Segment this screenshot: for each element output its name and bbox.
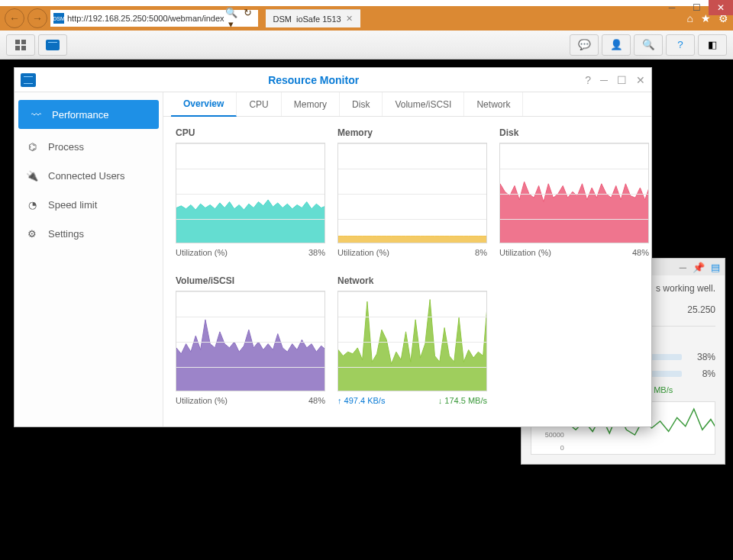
chart-network[interactable]: Network ↑ 497.4 KB/s ↓ 174.5 MB/s — [337, 275, 487, 416]
widget-pin-icon[interactable]: 📌 — [693, 262, 705, 273]
tab-close-icon[interactable]: ✕ — [346, 14, 353, 24]
tab-bar: Overview CPU Memory Disk Volume/iSCSI Ne… — [163, 92, 651, 117]
window-minimize-icon[interactable]: ─ — [600, 74, 608, 86]
dsm-apps-button[interactable] — [6, 34, 35, 56]
widget-minimize-icon[interactable]: ─ — [680, 262, 686, 273]
window-minimize-button[interactable]: ─ — [660, 0, 684, 15]
tab-memory[interactable]: Memory — [282, 92, 340, 116]
dsm-help-icon[interactable]: ? — [666, 34, 695, 56]
window-close-icon[interactable]: ✕ — [636, 74, 645, 86]
sidebar-item-settings[interactable]: ⚙ Settings — [15, 219, 163, 248]
dsm-search-icon[interactable]: 🔍 — [634, 34, 663, 56]
dsm-user-icon[interactable]: 👤 — [602, 34, 631, 56]
performance-icon: 〰 — [29, 108, 43, 121]
process-icon: ⌬ — [25, 140, 39, 153]
refresh-icon[interactable]: ↻ — [241, 7, 255, 30]
chart-memory[interactable]: Memory Utilization (%)8% — [337, 127, 487, 268]
forward-button[interactable]: → — [27, 8, 47, 28]
tab-favicon: DSM — [273, 14, 292, 24]
sidebar-item-process[interactable]: ⌬ Process — [15, 132, 163, 161]
widget-menu-icon[interactable]: ▤ — [711, 262, 720, 273]
sidebar-item-performance[interactable]: 〰 Performance — [18, 100, 159, 129]
tab-disk[interactable]: Disk — [340, 92, 383, 116]
window-title: Resource Monitor — [42, 74, 585, 86]
tab-network[interactable]: Network — [464, 92, 523, 116]
resource-monitor-app-icon — [21, 73, 36, 87]
widget-ram-value: 8% — [689, 369, 715, 379]
browser-address-bar: ← → DSM http://192.168.25.250:5000/webma… — [0, 6, 733, 31]
search-dropdown-icon[interactable]: 🔍▾ — [224, 7, 238, 30]
back-button[interactable]: ← — [5, 8, 24, 28]
tab-cpu[interactable]: CPU — [237, 92, 281, 116]
network-down: ↓ 174.5 MB/s — [438, 396, 487, 405]
resource-monitor-window: Resource Monitor ? ─ ☐ ✕ 〰 Performance ⌬… — [14, 67, 652, 427]
dsm-widgets-icon[interactable]: ◧ — [698, 34, 727, 56]
window-maximize-icon[interactable]: ☐ — [617, 74, 627, 86]
tab-title: ioSafe 1513 — [296, 14, 341, 24]
window-close-button[interactable]: ✕ — [709, 0, 733, 15]
network-up: ↑ 497.4 KB/s — [337, 396, 385, 405]
sidebar: 〰 Performance ⌬ Process 🔌 Connected User… — [15, 92, 163, 426]
url-text: http://192.168.25.250:5000/webman/index — [67, 14, 224, 23]
window-maximize-button[interactable]: ☐ — [684, 0, 709, 15]
chart-volume[interactable]: Volume/iSCSI Utilization (%)48% — [176, 275, 325, 416]
plug-icon: 🔌 — [25, 169, 39, 182]
chart-cpu[interactable]: CPU Utilization (%)38% — [176, 127, 325, 268]
browser-tab[interactable]: DSM ioSafe 1513 ✕ — [266, 9, 360, 27]
window-help-icon[interactable]: ? — [585, 74, 591, 86]
chart-disk[interactable]: Disk Utilization (%)48% — [499, 127, 649, 268]
dsm-resource-monitor-button[interactable] — [38, 34, 67, 56]
address-input[interactable]: DSM http://192.168.25.250:5000/webman/in… — [50, 10, 258, 27]
dsm-toolbar: 💬 👤 🔍 ? ◧ — [0, 31, 733, 60]
tab-overview[interactable]: Overview — [171, 92, 237, 117]
gear-icon: ⚙ — [25, 227, 39, 240]
tab-volume[interactable]: Volume/iSCSI — [383, 92, 464, 116]
site-favicon: DSM — [53, 13, 64, 24]
dsm-chat-icon[interactable]: 💬 — [570, 34, 599, 56]
sidebar-item-connected-users[interactable]: 🔌 Connected Users — [15, 161, 163, 190]
gauge-icon: ◔ — [25, 198, 39, 211]
widget-cpu-value: 38% — [689, 352, 715, 362]
sidebar-item-speed-limit[interactable]: ◔ Speed limit — [15, 190, 163, 219]
